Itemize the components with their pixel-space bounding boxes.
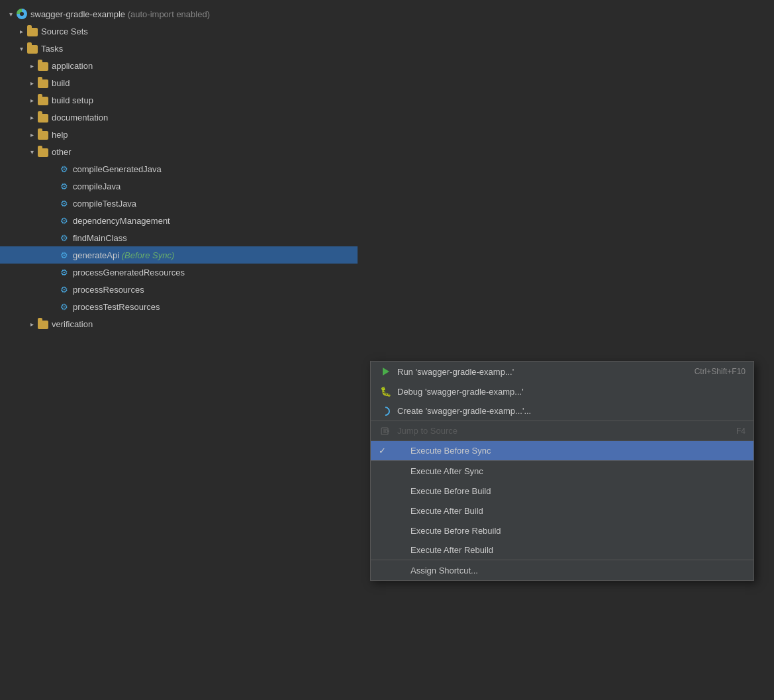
chevron-verification <box>26 319 37 329</box>
folder-documentation-icon <box>37 111 49 123</box>
execute-before-rebuild-icon <box>392 524 405 537</box>
menu-item-execute-after-rebuild[interactable]: ✓ Execute After Rebuild <box>371 540 753 560</box>
chevron-build-setup <box>26 95 37 105</box>
verification-label: verification <box>52 319 93 329</box>
chevron-project <box>5 9 16 19</box>
menu-item-execute-before-rebuild[interactable]: ✓ Execute Before Rebuild <box>371 521 753 540</box>
debug-icon: 🐛 <box>379 385 392 398</box>
menu-item-create[interactable]: Create 'swagger-gradle-examp...'... <box>371 401 753 421</box>
folder-build-setup-icon <box>37 94 49 106</box>
menu-item-execute-after-build[interactable]: ✓ Execute After Build <box>371 501 753 521</box>
compile-generated-java-label: compileGeneratedJava <box>73 164 162 174</box>
tasks-label: Tasks <box>41 44 63 54</box>
context-menu: Run 'swagger-gradle-examp...' Ctrl+Shift… <box>370 361 754 581</box>
menu-run-label: Run 'swagger-gradle-examp...' <box>397 367 681 377</box>
gear-compile-java-icon: ⚙ <box>58 180 70 192</box>
folder-verification-icon <box>37 318 49 330</box>
folder-application-icon <box>37 60 49 72</box>
chevron-help <box>26 129 37 140</box>
other-label: other <box>52 147 72 157</box>
build-label: build <box>52 78 70 88</box>
menu-item-debug[interactable]: 🐛 Debug 'swagger-gradle-examp...' <box>371 381 753 401</box>
project-label: swagger-gradle-example (auto-import enab… <box>30 9 210 19</box>
menu-create-label: Create 'swagger-gradle-examp...'... <box>397 406 746 416</box>
checkmark-execute-before-sync: ✓ <box>379 446 389 456</box>
create-icon <box>379 405 392 418</box>
menu-execute-after-rebuild-label: Execute After Rebuild <box>411 545 746 555</box>
menu-item-execute-before-build[interactable]: ✓ Execute Before Build <box>371 481 753 501</box>
folder-build-icon <box>37 77 49 89</box>
gear-compile-generated-java-icon: ⚙ <box>58 163 70 175</box>
gear-compile-test-java-icon: ⚙ <box>58 197 70 209</box>
tree-item-process-resources[interactable]: ⚙ processResources <box>0 281 358 298</box>
menu-execute-before-sync-label: Execute Before Sync <box>411 446 746 456</box>
tree-item-application[interactable]: application <box>0 57 358 74</box>
menu-jump-to-source-label: Jump to Source <box>397 426 723 436</box>
chevron-tasks <box>16 43 26 54</box>
execute-after-build-icon <box>392 504 405 517</box>
menu-debug-label: Debug 'swagger-gradle-examp...' <box>397 387 746 397</box>
dependency-management-label: dependencyManagement <box>73 216 170 226</box>
menu-item-assign-shortcut[interactable]: ✓ Assign Shortcut... <box>371 560 753 580</box>
folder-help-icon <box>37 128 49 140</box>
menu-item-run[interactable]: Run 'swagger-gradle-examp...' Ctrl+Shift… <box>371 362 753 381</box>
menu-run-shortcut: Ctrl+Shift+F10 <box>695 367 746 376</box>
tree-item-compile-test-java[interactable]: ⚙ compileTestJava <box>0 195 358 212</box>
chevron-other <box>26 146 37 157</box>
execute-after-sync-icon <box>392 464 405 477</box>
jump-to-source-icon <box>379 425 392 438</box>
build-setup-label: build setup <box>52 95 93 105</box>
chevron-application <box>26 60 37 71</box>
execute-before-sync-icon <box>392 444 405 458</box>
tree-item-source-sets[interactable]: Source Sets <box>0 23 358 40</box>
tree-item-compile-java[interactable]: ⚙ compileJava <box>0 177 358 195</box>
menu-item-execute-before-sync[interactable]: ✓ Execute Before Sync <box>371 441 753 461</box>
menu-execute-after-build-label: Execute After Build <box>411 506 746 516</box>
menu-item-jump-to-source[interactable]: Jump to Source F4 <box>371 421 753 441</box>
tree-item-help[interactable]: help <box>0 126 358 143</box>
tree-item-verification[interactable]: verification <box>0 315 358 332</box>
folder-tasks-icon <box>26 42 38 54</box>
compile-test-java-label: compileTestJava <box>73 199 136 209</box>
documentation-label: documentation <box>52 113 108 123</box>
tree-item-process-test-resources[interactable]: ⚙ processTestResources <box>0 298 358 315</box>
tree-item-generate-api[interactable]: ⚙ generateApi (Before Sync) <box>0 246 358 264</box>
tree-item-dependency-management[interactable]: ⚙ dependencyManagement <box>0 212 358 229</box>
gear-process-test-resources-icon: ⚙ <box>58 301 70 313</box>
tree-item-documentation[interactable]: documentation <box>0 109 358 126</box>
menu-execute-after-sync-label: Execute After Sync <box>411 466 746 476</box>
menu-execute-before-build-label: Execute Before Build <box>411 486 746 496</box>
gear-process-resources-icon: ⚙ <box>58 283 70 295</box>
application-label: application <box>52 61 93 71</box>
generate-api-label: generateApi (Before Sync) <box>73 250 174 260</box>
gradle-tree-panel: swagger-gradle-example (auto-import enab… <box>0 0 358 700</box>
process-test-resources-label: processTestResources <box>73 302 160 312</box>
menu-execute-before-rebuild-label: Execute Before Rebuild <box>411 526 746 536</box>
run-icon <box>379 365 392 378</box>
tree-item-other[interactable]: other <box>0 143 358 160</box>
gear-dependency-management-icon: ⚙ <box>58 215 70 226</box>
compile-java-label: compileJava <box>73 181 121 191</box>
process-generated-resources-label: processGeneratedResources <box>73 268 185 277</box>
menu-assign-shortcut-label: Assign Shortcut... <box>411 566 746 575</box>
tree-item-find-main-class[interactable]: ⚙ findMainClass <box>0 229 358 246</box>
gear-find-main-class-icon: ⚙ <box>58 232 70 244</box>
tree-item-process-generated-resources[interactable]: ⚙ processGeneratedResources <box>0 264 358 281</box>
chevron-source-sets <box>16 26 26 36</box>
tree-item-tasks[interactable]: Tasks <box>0 40 358 57</box>
assign-shortcut-icon <box>392 564 405 577</box>
process-resources-label: processResources <box>73 285 144 295</box>
gear-generate-api-icon: ⚙ <box>58 249 70 261</box>
tree-item-build-setup[interactable]: build setup <box>0 91 358 109</box>
folder-other-icon <box>37 146 49 158</box>
menu-jump-to-source-shortcut: F4 <box>736 426 746 436</box>
tree-item-build[interactable]: build <box>0 74 358 91</box>
tree-item-compile-generated-java[interactable]: ⚙ compileGeneratedJava <box>0 160 358 177</box>
source-sets-label: Source Sets <box>41 26 88 36</box>
tree-item-project[interactable]: swagger-gradle-example (auto-import enab… <box>0 5 358 23</box>
menu-item-execute-after-sync[interactable]: ✓ Execute After Sync <box>371 461 753 481</box>
help-label: help <box>52 130 68 140</box>
execute-before-build-icon <box>392 484 405 497</box>
folder-source-sets-icon <box>26 25 38 37</box>
execute-after-rebuild-icon <box>392 544 405 557</box>
